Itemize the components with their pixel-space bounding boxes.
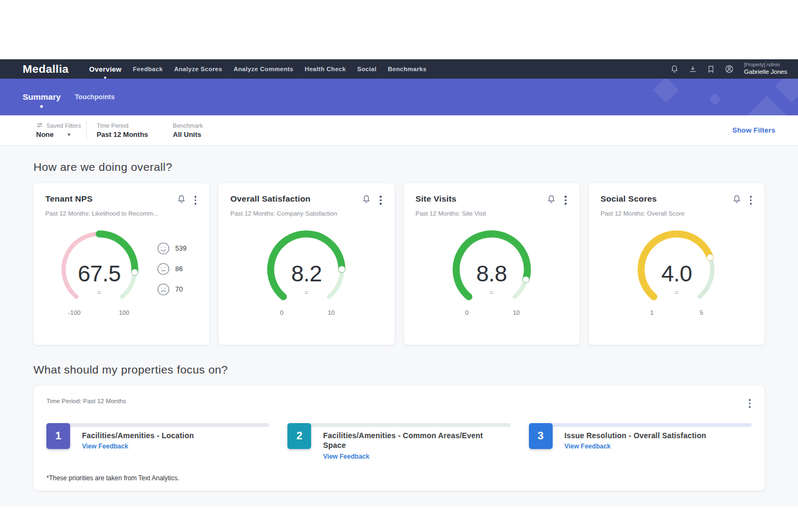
kebab-menu-icon[interactable]: [749, 195, 753, 206]
focus-heading: What should my properties focus on?: [33, 363, 765, 376]
card-title: Tenant NPS: [45, 194, 177, 204]
card-subtitle: Past 12 Months: Company Satisfaction: [230, 210, 382, 217]
gauge-max-label: 5: [685, 309, 718, 316]
priority-item-1: 1 Facilities/Amenities - Location View F…: [46, 423, 269, 461]
chevron-down-icon[interactable]: ▾: [68, 132, 71, 137]
gauge-equals: =: [45, 289, 153, 296]
priority-item-3: 3 Issue Resolution - Overall Satisfactio…: [529, 423, 752, 461]
card-tenant-nps: Tenant NPS Past 12 Months: Likelihood to…: [33, 183, 209, 345]
medallia-logo: Medallia: [23, 63, 68, 75]
card-social-scores: Social Scores Past 12 Months: Overall Sc…: [589, 183, 765, 345]
kebab-menu-icon[interactable]: [379, 195, 383, 206]
passives-count: 86: [175, 265, 183, 273]
nav-item-feedback[interactable]: Feedback: [133, 64, 162, 74]
passives-row: 86: [156, 262, 187, 276]
gauge-max-label: 10: [500, 309, 533, 316]
sliders-icon: [36, 122, 43, 129]
card-subtitle: Past 12 Months: Site Visit: [416, 210, 568, 217]
view-feedback-link[interactable]: View Feedback: [323, 453, 485, 460]
download-icon[interactable]: [688, 65, 697, 74]
screen: Medallia Overview Feedback Analyze Score…: [0, 0, 798, 532]
card-title: Overall Satisfaction: [230, 194, 362, 204]
priorities-time-period: Time Period: Past 12 Months: [46, 398, 748, 404]
satisfaction-gauge: 8.2 = 0 10: [252, 222, 360, 323]
alert-bell-icon[interactable]: [732, 195, 741, 206]
rank-badge: 3: [529, 423, 553, 449]
promoters-count: 539: [175, 245, 187, 252]
tab-summary[interactable]: Summary: [23, 92, 61, 102]
overall-heading: How are we doing overall?: [33, 161, 765, 174]
saved-filters-value[interactable]: None: [36, 130, 54, 139]
kebab-menu-icon[interactable]: [194, 195, 198, 206]
kebab-menu-icon[interactable]: [563, 195, 568, 206]
time-period-control[interactable]: Time Period Past 12 Months: [97, 122, 148, 139]
card-title: Site Visits: [416, 194, 547, 204]
gauge-value: 67.5: [45, 261, 153, 287]
detractors-row: 70: [156, 282, 187, 296]
benchmark-value: All Units: [173, 130, 203, 139]
nav-item-overview[interactable]: Overview: [89, 63, 121, 75]
gauge-value: 8.8: [438, 261, 546, 287]
priority-title: Facilities/Amenities - Location: [82, 431, 194, 441]
nps-breakdown: 539 86 70: [156, 241, 187, 296]
saved-filters-label: Saved Filters: [36, 122, 81, 129]
social-scores-gauge: 4.0 = 1 5: [623, 222, 731, 323]
card-title: Social Scores: [601, 194, 732, 204]
nav-item-benchmarks[interactable]: Benchmarks: [388, 64, 426, 74]
nps-gauge: 67.5 = -100 100: [45, 222, 153, 323]
gauge-value: 8.2: [252, 261, 360, 287]
user-menu[interactable]: [Property] Admin Gabrielle Jones: [744, 62, 787, 76]
priorities-row: 1 Facilities/Amenities - Location View F…: [46, 423, 752, 461]
time-period-label: Time Period: [97, 122, 148, 129]
main-content: How are we doing overall? Tenant NPS Pas…: [0, 146, 798, 507]
site-visits-gauge: 8.8 = 0 10: [438, 222, 546, 323]
filter-bar: Saved Filters None ▾ Time Period Past 12…: [0, 115, 798, 146]
priority-title: Issue Resolution - Overall Satisfaction: [565, 431, 706, 441]
rank-badge: 2: [287, 423, 311, 449]
kpi-card-row: Tenant NPS Past 12 Months: Likelihood to…: [33, 183, 765, 345]
kebab-menu-icon[interactable]: [748, 398, 752, 409]
priority-item-2: 2 Facilities/Amenities - Common Areas/Ev…: [287, 423, 510, 461]
alert-bell-icon[interactable]: [362, 195, 371, 206]
priorities-footnote: *These priorities are taken from Text An…: [46, 474, 752, 482]
card-subtitle: Past 12 Months: Overall Score: [601, 210, 753, 217]
nav-item-analyze-scores[interactable]: Analyze Scores: [174, 64, 222, 74]
decor-diamond: [775, 79, 798, 103]
gauge-max-label: 10: [315, 309, 347, 316]
nav-item-analyze-comments[interactable]: Analyze Comments: [233, 64, 293, 74]
nav-item-health-check[interactable]: Health Check: [305, 64, 346, 74]
sad-face-icon: [156, 282, 170, 296]
bell-icon[interactable]: [670, 65, 679, 74]
decor-diamond: [653, 79, 679, 103]
bookmark-icon[interactable]: [706, 65, 716, 74]
tab-touchpoints[interactable]: Touchpoints: [75, 93, 115, 101]
top-navbar: Medallia Overview Feedback Analyze Score…: [0, 59, 798, 79]
gauge-equals: =: [623, 289, 731, 296]
divider: [86, 121, 87, 140]
saved-filters-control[interactable]: Saved Filters None ▾: [36, 122, 81, 139]
gauge-equals: =: [252, 289, 360, 296]
rank-badge: 1: [46, 423, 70, 449]
alert-bell-icon[interactable]: [177, 195, 186, 206]
card-subtitle: Past 12 Months: Likelihood to Recomm...: [45, 210, 197, 217]
card-site-visits: Site Visits Past 12 Months: Site Visit 8…: [404, 183, 580, 345]
gauge-max-label: 100: [108, 309, 140, 316]
decor-diamond: [709, 93, 721, 106]
show-filters-button[interactable]: Show Filters: [732, 126, 775, 134]
user-name: Gabrielle Jones: [744, 68, 787, 75]
alert-bell-icon[interactable]: [547, 195, 556, 206]
sub-navbar: Summary Touchpoints: [0, 79, 798, 115]
gauge-equals: =: [438, 289, 546, 296]
card-overall-satisfaction: Overall Satisfaction Past 12 Months: Com…: [218, 183, 394, 345]
view-feedback-link[interactable]: View Feedback: [565, 443, 706, 450]
benchmark-label: Benchmark: [173, 122, 203, 129]
time-period-value: Past 12 Months: [97, 130, 148, 139]
user-role: [Property] Admin: [744, 62, 787, 68]
benchmark-control[interactable]: Benchmark All Units: [173, 122, 203, 139]
user-avatar-icon[interactable]: [725, 65, 734, 74]
detractors-count: 70: [175, 286, 183, 293]
gauge-min-label: -100: [58, 309, 91, 316]
decor-diamond: [747, 95, 787, 115]
view-feedback-link[interactable]: View Feedback: [82, 443, 194, 450]
nav-item-social[interactable]: Social: [357, 64, 377, 74]
